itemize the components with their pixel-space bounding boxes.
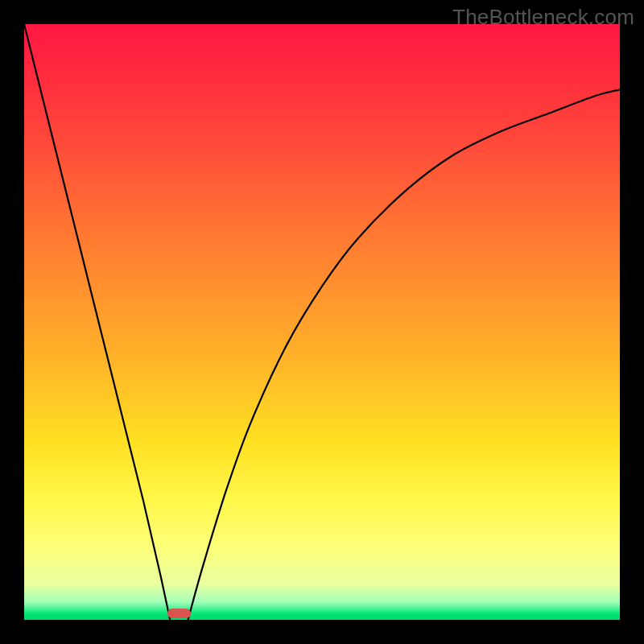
plot-area (24, 24, 620, 620)
curve-right-branch (188, 89, 621, 620)
curve-left-branch (24, 24, 170, 620)
chart-frame: TheBottleneck.com (0, 0, 644, 644)
minimum-marker-pill (167, 609, 192, 618)
watermark-text: TheBottleneck.com (452, 5, 634, 30)
bottleneck-curve (24, 24, 620, 620)
